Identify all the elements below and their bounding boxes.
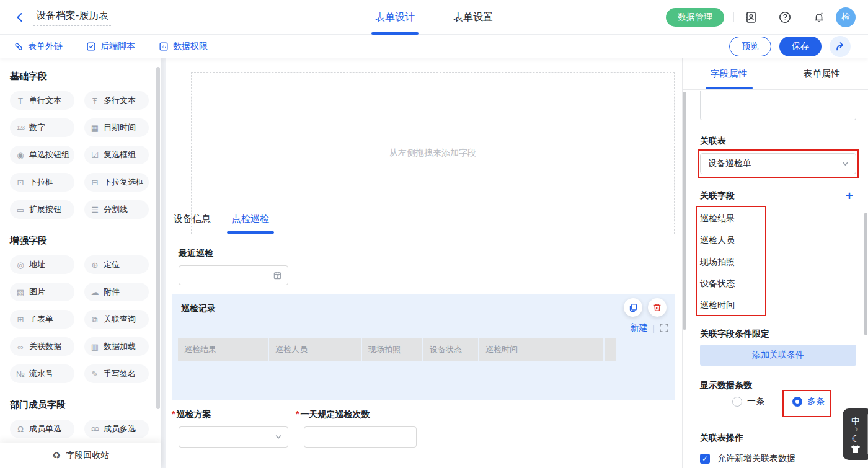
chevron-down-icon xyxy=(841,160,849,168)
tshirt-theme-icon[interactable] xyxy=(851,444,861,453)
field-pill-address[interactable]: ◎地址 xyxy=(10,255,74,274)
panel-tabs: 字段属性 表单属性 xyxy=(683,58,868,90)
number-icon: 123 xyxy=(16,125,25,131)
properties-panel: 字段属性 表单属性 关联表 设备巡检单 关联字段 + 巡检结果 巡检人员 现场拍… xyxy=(682,58,868,468)
add-field-icon[interactable]: + xyxy=(846,189,853,202)
related-field-item[interactable]: 现场拍照 xyxy=(700,251,735,273)
field-pill-member-single[interactable]: Ω成员单选 xyxy=(10,420,74,438)
theme-language-widget: 中 ☽ ☾ xyxy=(843,408,868,460)
allow-add-checkbox[interactable]: ✓ xyxy=(700,454,710,464)
field-pill-image[interactable]: ▧图片 xyxy=(10,283,74,301)
column-header: 巡检人员 xyxy=(269,338,361,361)
field-pill-select[interactable]: ⊡下拉框 xyxy=(10,173,74,192)
field-pill-divider[interactable]: ☰分割线 xyxy=(84,200,149,219)
dark-mode-moon-icon[interactable]: ☾ xyxy=(851,433,859,444)
related-field-item[interactable]: 设备状态 xyxy=(700,273,735,294)
field-pill-signature[interactable]: ✎手写签名 xyxy=(84,364,149,383)
related-fields-header: 关联字段 + xyxy=(700,189,853,202)
required-mark: * xyxy=(296,409,299,420)
page-title[interactable]: 设备档案-履历表 xyxy=(33,8,111,26)
share-button[interactable] xyxy=(830,36,851,57)
form-external-link[interactable]: 表单外链 xyxy=(14,41,63,52)
plan-select[interactable] xyxy=(179,426,288,448)
checkbox-icon: ☑ xyxy=(90,151,100,159)
backend-script-link[interactable]: 后端脚本 xyxy=(86,41,135,52)
field-pill-location[interactable]: ⊕定位 xyxy=(84,255,149,274)
sidebar-scrollbar[interactable] xyxy=(156,67,160,409)
column-header-empty xyxy=(604,338,616,361)
recycle-icon: ♻ xyxy=(52,451,61,461)
field-pill-serial-number[interactable]: №流水号 xyxy=(10,364,74,383)
tab-field-properties[interactable]: 字段属性 xyxy=(683,58,776,89)
textarea-icon: Ŧ xyxy=(90,97,100,105)
field-pill-single-line-text[interactable]: T单行文本 xyxy=(10,91,74,110)
recent-inspection-date-input[interactable] xyxy=(179,265,288,285)
field-pill-multi-select[interactable]: ⊟下拉复选框 xyxy=(84,173,149,192)
chevron-down-icon xyxy=(275,433,282,441)
count-input[interactable] xyxy=(304,426,417,448)
delete-button[interactable] xyxy=(648,298,666,317)
field-pill-radio-group[interactable]: ◉单选按钮组 xyxy=(10,146,74,164)
header-actions: 数据管理 检 xyxy=(666,7,856,27)
related-field-item[interactable]: 巡检人员 xyxy=(700,229,735,251)
expand-icon[interactable] xyxy=(660,324,668,332)
field-pill-checkbox-group[interactable]: ☑复选框组 xyxy=(84,146,149,164)
help-icon[interactable] xyxy=(777,10,792,25)
back-icon[interactable] xyxy=(12,10,27,25)
recent-inspection-label: 最近巡检 xyxy=(179,248,213,259)
field-pill-datetime[interactable]: ▦日期时间 xyxy=(84,118,149,137)
related-field-item[interactable]: 巡检结果 xyxy=(700,208,735,229)
app-header: 设备档案-履历表 表单设计 表单设置 数据管理 xyxy=(0,0,868,35)
preview-button[interactable]: 预览 xyxy=(729,37,771,56)
tab-form-settings[interactable]: 表单设置 xyxy=(453,0,493,35)
data-manage-button[interactable]: 数据管理 xyxy=(666,8,724,27)
column-header: 现场拍照 xyxy=(362,338,422,361)
field-dropzone[interactable]: 从左侧拖拽来添加字段 xyxy=(191,72,675,234)
new-record-button[interactable]: 新建 xyxy=(631,322,648,333)
language-toggle[interactable]: 中 xyxy=(851,416,860,426)
form-toolbar: 表单外链 后端脚本 数据权限 预览 保存 xyxy=(0,35,868,58)
field-pill-linked-data[interactable]: ∞关联数据 xyxy=(10,337,74,356)
related-table-value: 设备巡检单 xyxy=(708,158,751,169)
field-pill-extension-button[interactable]: ▭扩展按钮 xyxy=(10,200,74,219)
field-pill-data-load[interactable]: ▥数据加载 xyxy=(84,337,149,356)
field-pill-number[interactable]: 123数字 xyxy=(10,118,74,137)
field-pill-member-multi[interactable]: ΩΩ成员多选 xyxy=(84,420,149,438)
data-permission-label: 数据权限 xyxy=(173,41,208,52)
radio-single[interactable] xyxy=(732,397,742,407)
tab-form-properties[interactable]: 表单属性 xyxy=(776,58,868,89)
field-pill-lookup[interactable]: ⧉关联查询 xyxy=(84,310,149,329)
radio-multiple-label[interactable]: 多条 xyxy=(807,396,825,407)
subform-inspection-records[interactable]: 巡检记录 新建 | 巡检结果 巡检人员 现场拍照 xyxy=(172,294,675,400)
panel-scrollbar[interactable] xyxy=(864,213,867,335)
field-pill-attachment[interactable]: ☁附件 xyxy=(84,283,149,301)
avatar[interactable]: 检 xyxy=(836,7,856,27)
field-pill-multi-line-text[interactable]: Ŧ多行文本 xyxy=(84,91,149,110)
tab-form-design[interactable]: 表单设计 xyxy=(375,0,415,35)
tab-device-info[interactable]: 设备信息 xyxy=(172,213,212,234)
field-recycle-bin[interactable]: ♻ 字段回收站 xyxy=(0,443,161,468)
scrolled-textarea[interactable] xyxy=(700,91,856,120)
notification-bell-icon[interactable] xyxy=(812,10,826,25)
backend-script-label: 后端脚本 xyxy=(100,41,135,52)
save-button[interactable]: 保存 xyxy=(779,37,822,56)
radio-single-label[interactable]: 一条 xyxy=(747,396,764,407)
canvas-scrollbar[interactable] xyxy=(683,92,686,330)
calendar-icon xyxy=(273,271,282,280)
copy-button[interactable] xyxy=(624,298,642,317)
cloud-upload-icon: ☁ xyxy=(90,288,100,296)
tab-inspection[interactable]: 点检巡检 xyxy=(231,213,270,234)
related-table-select[interactable]: 设备巡检单 xyxy=(700,153,856,174)
form-external-link-label: 表单外链 xyxy=(28,41,63,52)
display-count-options: 一条 多条 xyxy=(700,396,825,407)
related-field-item[interactable]: 巡检时间 xyxy=(700,294,735,316)
small-moon-icon[interactable]: ☽ xyxy=(853,426,858,433)
add-condition-button[interactable]: 添加关联条件 xyxy=(700,345,856,366)
field-pill-subform[interactable]: ⊞子表单 xyxy=(10,310,74,329)
data-permission-link[interactable]: 数据权限 xyxy=(159,41,208,52)
radio-multiple[interactable] xyxy=(792,397,802,407)
allow-add-row: ✓ 允许新增关联表数据 xyxy=(700,453,795,464)
allow-add-label: 允许新增关联表数据 xyxy=(717,453,795,464)
recycle-label: 字段回收站 xyxy=(66,450,109,461)
address-book-icon[interactable] xyxy=(743,10,758,25)
